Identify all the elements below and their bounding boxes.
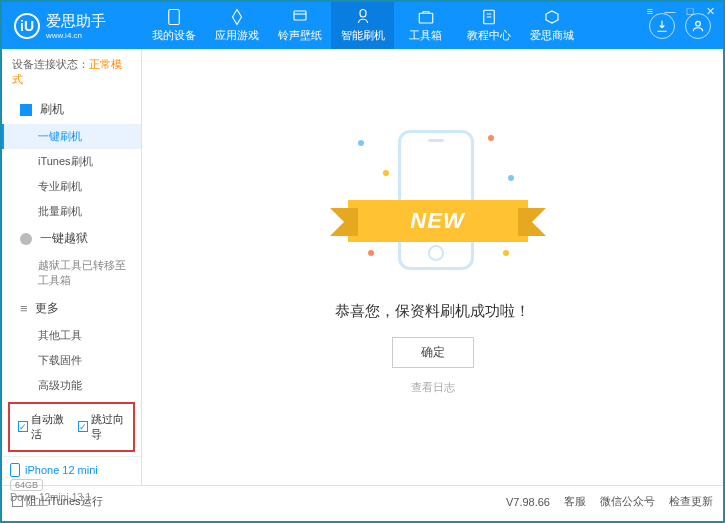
minimize-icon[interactable]: —: [663, 4, 677, 18]
sidebar: 设备连接状态：正常模式 刷机 一键刷机iTunes刷机专业刷机批量刷机 一键越狱…: [2, 49, 142, 485]
checkbox-label: 自动激活: [31, 412, 66, 442]
checkbox-block-itunes[interactable]: 阻止iTunes运行: [12, 494, 103, 509]
nav-label: 爱思商城: [530, 28, 574, 43]
success-message: 恭喜您，保资料刷机成功啦！: [335, 302, 530, 321]
app-logo: iU 爱思助手 www.i4.cn: [2, 12, 142, 40]
nav-icon: [417, 8, 435, 26]
checkbox-label: 阻止iTunes运行: [26, 494, 103, 509]
nav-tab-6[interactable]: 爱思商城: [520, 2, 583, 49]
svg-rect-0: [168, 10, 179, 25]
svg-rect-2: [419, 13, 433, 23]
conn-label: 设备连接状态：: [12, 58, 89, 70]
nav-label: 铃声壁纸: [278, 28, 322, 43]
checkbox-skip-guide[interactable]: ✓跳过向导: [78, 412, 126, 442]
nav-tab-4[interactable]: 工具箱: [394, 2, 457, 49]
checkbox-icon: ✓: [78, 421, 88, 432]
section-label: 一键越狱: [40, 230, 88, 247]
nav-tab-3[interactable]: 智能刷机: [331, 2, 394, 49]
view-log-link[interactable]: 查看日志: [411, 380, 455, 395]
wechat-link[interactable]: 微信公众号: [600, 494, 655, 509]
sidebar-item-more-1[interactable]: 下载固件: [2, 348, 141, 373]
nav-label: 教程中心: [467, 28, 511, 43]
app-url: www.i4.cn: [46, 31, 106, 40]
nav-icon: [291, 8, 309, 26]
new-ribbon: NEW: [348, 200, 528, 242]
success-illustration: NEW: [328, 120, 538, 280]
sidebar-item-flash-1[interactable]: iTunes刷机: [2, 149, 141, 174]
section-label: 更多: [35, 300, 59, 317]
nav-tab-1[interactable]: 应用游戏: [205, 2, 268, 49]
logo-icon: iU: [14, 13, 40, 39]
nav-label: 工具箱: [409, 28, 442, 43]
nav-tab-2[interactable]: 铃声壁纸: [268, 2, 331, 49]
sidebar-section-jailbreak[interactable]: 一键越狱: [2, 224, 141, 253]
lock-icon: [20, 233, 32, 245]
checkbox-icon: ✓: [18, 421, 28, 432]
support-link[interactable]: 客服: [564, 494, 586, 509]
nav-label: 应用游戏: [215, 28, 259, 43]
nav-icon: [228, 8, 246, 26]
sidebar-section-flash[interactable]: 刷机: [2, 95, 141, 124]
nav-icon: [165, 8, 183, 26]
nav-tab-5[interactable]: 教程中心: [457, 2, 520, 49]
nav-label: 智能刷机: [341, 28, 385, 43]
checkbox-label: 跳过向导: [91, 412, 126, 442]
more-icon: ≡: [20, 301, 27, 316]
nav-tab-0[interactable]: 我的设备: [142, 2, 205, 49]
jailbreak-note: 越狱工具已转移至工具箱: [2, 253, 141, 294]
svg-rect-5: [11, 463, 20, 476]
window-controls: ≡ — □ ✕: [643, 4, 717, 18]
svg-rect-1: [294, 11, 306, 20]
connection-status: 设备连接状态：正常模式: [2, 49, 141, 95]
app-name: 爱思助手: [46, 12, 106, 29]
svg-point-4: [696, 21, 701, 26]
checkbox-row: ✓自动激活 ✓跳过向导: [8, 402, 135, 452]
section-label: 刷机: [40, 101, 64, 118]
checkbox-auto-activate[interactable]: ✓自动激活: [18, 412, 66, 442]
main-nav: 我的设备应用游戏铃声壁纸智能刷机工具箱教程中心爱思商城: [142, 2, 649, 49]
device-name: iPhone 12 mini: [10, 463, 133, 477]
device-storage: 64GB: [10, 479, 43, 491]
sidebar-item-flash-2[interactable]: 专业刷机: [2, 174, 141, 199]
flash-icon: [20, 104, 32, 116]
check-update-link[interactable]: 检查更新: [669, 494, 713, 509]
maximize-icon[interactable]: □: [683, 4, 697, 18]
nav-icon: [543, 8, 561, 26]
nav-label: 我的设备: [152, 28, 196, 43]
close-icon[interactable]: ✕: [703, 4, 717, 18]
version-label: V7.98.66: [506, 496, 550, 508]
main-content: NEW 恭喜您，保资料刷机成功啦！ 确定 查看日志: [142, 49, 723, 485]
checkbox-icon: [12, 496, 23, 507]
sidebar-item-flash-0[interactable]: 一键刷机: [2, 124, 141, 149]
sidebar-item-more-0[interactable]: 其他工具: [2, 323, 141, 348]
nav-icon: [480, 8, 498, 26]
sidebar-item-flash-3[interactable]: 批量刷机: [2, 199, 141, 224]
sidebar-item-more-2[interactable]: 高级功能: [2, 373, 141, 398]
titlebar: iU 爱思助手 www.i4.cn 我的设备应用游戏铃声壁纸智能刷机工具箱教程中…: [2, 2, 723, 49]
confirm-button[interactable]: 确定: [392, 337, 474, 368]
sidebar-section-more[interactable]: ≡更多: [2, 294, 141, 323]
menu-icon[interactable]: ≡: [643, 4, 657, 18]
nav-icon: [354, 8, 372, 26]
